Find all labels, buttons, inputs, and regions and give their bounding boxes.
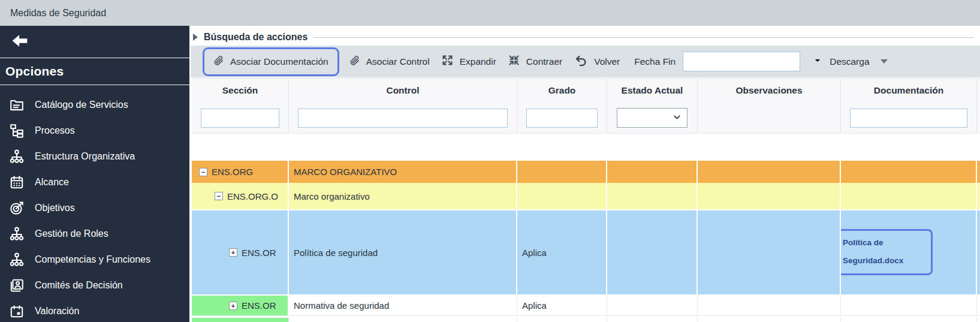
id-card-icon bbox=[8, 277, 26, 294]
collapse-expander-icon[interactable]: − bbox=[215, 192, 223, 200]
paperclip-icon bbox=[349, 54, 360, 70]
sidebar-menu: Catálogo de Servicios Procesos Estructur… bbox=[0, 92, 189, 322]
sidebar-item-estructura-organizativa[interactable]: Estructura Organizativa bbox=[0, 143, 189, 169]
org-tree-icon bbox=[8, 225, 26, 242]
page-title: Medidas de Seguridad bbox=[10, 8, 106, 19]
descarga-label: Descarga bbox=[830, 56, 869, 67]
filter-grado-input[interactable] bbox=[526, 109, 598, 128]
grado-value: Aplica bbox=[517, 296, 607, 316]
sidebar-item-catalogo-de-servicios[interactable]: Catálogo de Servicios bbox=[0, 92, 189, 118]
expandir-label: Expandir bbox=[460, 56, 496, 67]
back-button[interactable] bbox=[0, 26, 189, 58]
sidebar-item-alcance[interactable]: Alcance bbox=[0, 169, 189, 195]
sidebar-item-label: Objetivos bbox=[35, 203, 75, 213]
column-header-control[interactable]: Control bbox=[289, 79, 517, 103]
divider bbox=[313, 37, 974, 38]
filter-documentacion-input[interactable] bbox=[850, 109, 967, 128]
acciones-table: Sección Control Grado Estado Actual Obse… bbox=[192, 78, 980, 322]
seccion-value: ENS.ORG.O bbox=[227, 191, 278, 201]
calendar-icon bbox=[8, 174, 26, 191]
toolbar: Asociar Documentación Asociar Control Ex… bbox=[191, 46, 980, 77]
chevron-down-icon[interactable] bbox=[881, 59, 888, 64]
observaciones-value bbox=[698, 210, 841, 294]
estado-value bbox=[607, 161, 698, 183]
column-header-extra bbox=[977, 79, 980, 103]
control-value: Normativa de seguridad bbox=[289, 296, 517, 316]
table-row-partial bbox=[192, 318, 980, 322]
control-value: MARCO ORGANIZATIVO bbox=[289, 161, 517, 183]
fecha-fin-label: Fecha Fin bbox=[634, 56, 676, 67]
table-row-normativa-de-seguridad[interactable]: + ENS.OR Normativa de seguridad Aplica bbox=[192, 296, 980, 316]
column-header-estado-actual[interactable]: Estado Actual bbox=[607, 79, 698, 103]
contraer-button[interactable]: Contraer bbox=[508, 54, 562, 69]
expand-expander-icon[interactable]: + bbox=[229, 302, 237, 310]
annotation-highlight-box: Asociar Documentación bbox=[203, 47, 339, 76]
sidebar-item-label: Catálogo de Servicios bbox=[35, 100, 128, 110]
table-row-politica-de-seguridad-selected[interactable]: + ENS.OR Política de seguridad Aplica Po… bbox=[192, 210, 980, 294]
observaciones-value bbox=[698, 296, 841, 316]
volver-label: Volver bbox=[594, 56, 620, 67]
table-filter-row bbox=[192, 103, 980, 134]
column-header-observaciones[interactable]: Observaciones bbox=[698, 79, 841, 103]
filter-observaciones-empty bbox=[698, 103, 841, 133]
observaciones-value bbox=[698, 161, 841, 183]
search-panel-header: Búsqueda de acciones bbox=[193, 29, 978, 45]
sidebar-item-comites-de-decision[interactable]: Comités de Decisión bbox=[0, 272, 189, 298]
paperclip-icon bbox=[213, 54, 224, 70]
seccion-value: ENS.ORG bbox=[212, 167, 253, 177]
column-header-documentacion[interactable]: Documentación bbox=[841, 79, 977, 103]
asociar-documentacion-button[interactable]: Asociar Documentación bbox=[213, 54, 328, 70]
chevron-down-icon bbox=[672, 112, 682, 124]
arrow-left-icon bbox=[11, 34, 29, 50]
documentation-link[interactable]: Política de Seguridad.docx bbox=[841, 229, 933, 275]
download-icon bbox=[812, 54, 824, 70]
documentacion-value bbox=[841, 161, 977, 183]
sidebar-item-competencias-y-funciones[interactable]: Competencias y Funciones bbox=[0, 246, 189, 272]
sidebar-item-gestion-de-roles[interactable]: Gestión de Roles bbox=[0, 221, 189, 246]
estado-value bbox=[607, 210, 698, 294]
contract-icon bbox=[508, 54, 520, 69]
sidebar-item-label: Comités de Decisión bbox=[35, 280, 123, 291]
grado-value: Aplica bbox=[517, 210, 607, 294]
sidebar: Opciones Catálogo de Servicios Procesos … bbox=[0, 26, 189, 322]
sidebar-item-label: Alcance bbox=[35, 177, 69, 188]
descarga-button[interactable]: Descarga bbox=[812, 54, 887, 70]
asociar-control-button[interactable]: Asociar Control bbox=[349, 54, 430, 70]
filter-extra-empty bbox=[977, 103, 980, 133]
grado-value bbox=[517, 161, 607, 183]
grado-value bbox=[517, 183, 607, 209]
org-tree-icon bbox=[8, 148, 26, 165]
sidebar-item-objetivos[interactable]: Objetivos bbox=[0, 195, 189, 221]
sidebar-item-valoracion[interactable]: Valoración bbox=[0, 298, 189, 322]
asociar-control-label: Asociar Control bbox=[366, 56, 430, 67]
table-header-row: Sección Control Grado Estado Actual Obse… bbox=[192, 78, 980, 103]
filter-estado-select[interactable] bbox=[617, 108, 687, 128]
sidebar-item-label: Gestión de Roles bbox=[35, 228, 108, 239]
folder-icon bbox=[8, 97, 26, 113]
table-row-marco-organizativo-sub[interactable]: − ENS.ORG.O Marco organizativo bbox=[192, 183, 980, 209]
sidebar-item-procesos[interactable]: Procesos bbox=[0, 118, 189, 143]
sidebar-item-label: Estructura Organizativa bbox=[35, 151, 135, 162]
org-tree-icon bbox=[8, 251, 26, 268]
expand-expander-icon[interactable]: + bbox=[229, 248, 237, 257]
seccion-value: ENS.OR bbox=[242, 300, 276, 311]
asociar-documentacion-label: Asociar Documentación bbox=[230, 56, 328, 67]
fecha-fin-input[interactable] bbox=[683, 52, 800, 71]
undo-icon bbox=[574, 54, 588, 70]
control-value: Política de seguridad bbox=[289, 210, 517, 294]
empty-row bbox=[192, 134, 980, 161]
column-header-seccion[interactable]: Sección bbox=[192, 79, 289, 103]
volver-button[interactable]: Volver bbox=[574, 54, 620, 70]
main-content: Búsqueda de acciones Asociar Documentaci… bbox=[189, 26, 980, 322]
sidebar-item-label: Valoración bbox=[35, 306, 79, 317]
disclosure-triangle-icon[interactable] bbox=[193, 34, 198, 41]
table-row-marco-organizativo-group[interactable]: − ENS.ORG MARCO ORGANIZATIVO bbox=[192, 161, 980, 183]
filter-seccion-input[interactable] bbox=[201, 109, 279, 128]
observaciones-value bbox=[698, 183, 841, 209]
filter-control-input[interactable] bbox=[298, 109, 508, 128]
expandir-button[interactable]: Expandir bbox=[441, 54, 496, 69]
column-header-grado[interactable]: Grado bbox=[517, 79, 607, 103]
estado-value bbox=[607, 183, 698, 209]
calendar-check-icon bbox=[8, 303, 26, 320]
collapse-expander-icon[interactable]: − bbox=[199, 168, 207, 176]
